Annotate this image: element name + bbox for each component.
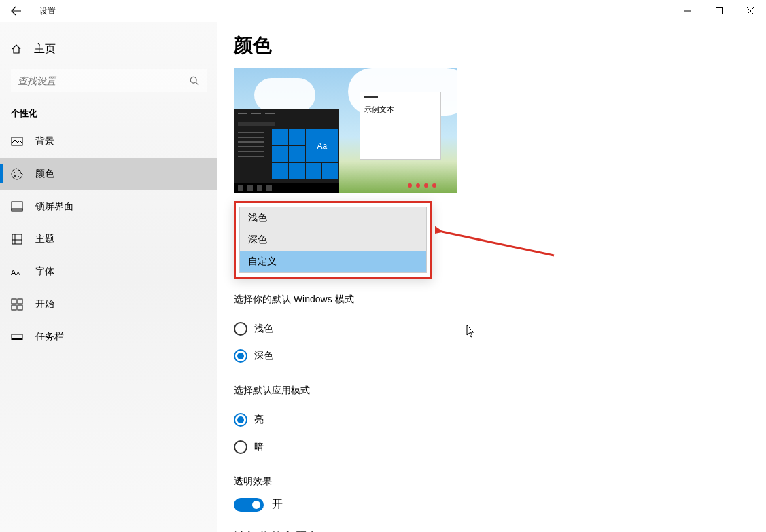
svg-rect-13 xyxy=(12,305,16,310)
radio-label: 暗 xyxy=(254,441,264,453)
radio-label: 浅色 xyxy=(254,323,273,335)
radio-icon xyxy=(234,349,247,363)
radio-app-dark[interactable]: 暗 xyxy=(234,433,750,461)
svg-text:A: A xyxy=(16,270,20,277)
close-button[interactable] xyxy=(735,0,766,22)
sidebar-item-colors[interactable]: 颜色 xyxy=(0,158,217,190)
sidebar-item-label: 颜色 xyxy=(35,168,54,180)
search-input[interactable] xyxy=(18,75,189,86)
close-icon xyxy=(747,7,754,14)
svg-rect-12 xyxy=(18,299,22,304)
svg-point-4 xyxy=(14,175,16,177)
font-icon: AA xyxy=(11,266,23,278)
svg-rect-16 xyxy=(12,338,22,340)
sidebar-home[interactable]: 主页 xyxy=(0,35,217,63)
annotation-arrow xyxy=(435,225,557,259)
dropdown-option-light[interactable]: 浅色 xyxy=(240,207,426,229)
svg-rect-0 xyxy=(716,8,723,14)
radio-windows-light[interactable]: 浅色 xyxy=(234,315,750,342)
svg-line-17 xyxy=(442,232,554,255)
sidebar-item-label: 锁屏界面 xyxy=(35,200,73,213)
main-area: 主页 个性化 背景 颜色 锁屏界面 主题 AA 字体 xyxy=(0,22,766,532)
svg-rect-8 xyxy=(12,234,22,244)
back-button[interactable] xyxy=(0,0,33,22)
palette-icon xyxy=(11,168,23,180)
app-mode-title: 选择默认应用模式 xyxy=(234,385,750,397)
page-title: 颜色 xyxy=(234,33,750,58)
theme-icon xyxy=(11,233,23,245)
sidebar-item-fonts[interactable]: AA 字体 xyxy=(0,255,217,288)
radio-app-light[interactable]: 亮 xyxy=(234,406,750,433)
transparency-section: 透明效果 开 xyxy=(234,476,750,512)
transparency-title: 透明效果 xyxy=(234,476,750,488)
accent-color-title: 选择你的主题色 xyxy=(234,529,750,532)
taskbar-icon xyxy=(11,331,23,343)
preview-start-menu: Aa xyxy=(234,109,339,193)
sidebar-item-themes[interactable]: 主题 xyxy=(0,223,217,255)
windows-mode-section: 选择你的默认 Windows 模式 浅色 深色 xyxy=(234,294,750,370)
app-mode-section: 选择默认应用模式 亮 暗 xyxy=(234,385,750,461)
svg-point-1 xyxy=(190,77,196,83)
svg-text:A: A xyxy=(11,268,16,277)
search-icon xyxy=(189,75,200,86)
radio-label: 亮 xyxy=(254,414,264,426)
preview-sample-text: 示例文本 xyxy=(364,105,436,115)
minimize-button[interactable] xyxy=(672,0,703,22)
svg-point-5 xyxy=(18,176,19,177)
title-bar: 设置 xyxy=(0,0,766,22)
dropdown-option-dark[interactable]: 深色 xyxy=(240,229,426,251)
dropdown-option-custom[interactable]: 自定义 xyxy=(240,251,426,272)
transparency-toggle[interactable] xyxy=(234,498,264,512)
app-title: 设置 xyxy=(39,5,56,17)
sidebar-home-label: 主页 xyxy=(34,42,56,56)
sidebar-section-header: 个性化 xyxy=(0,92,217,125)
picture-icon xyxy=(11,135,23,147)
radio-icon xyxy=(234,440,247,454)
svg-rect-11 xyxy=(12,299,16,304)
content: 颜色 示例文本 Aa xyxy=(217,22,766,532)
home-icon xyxy=(11,43,22,54)
sidebar-item-label: 任务栏 xyxy=(35,331,64,343)
sidebar-item-label: 开始 xyxy=(35,298,54,311)
start-icon xyxy=(11,298,23,311)
svg-point-3 xyxy=(14,172,15,173)
search-box[interactable] xyxy=(11,69,207,92)
transparency-state-label: 开 xyxy=(272,497,283,512)
radio-label: 深色 xyxy=(254,350,273,362)
color-preview: 示例文本 Aa xyxy=(234,68,457,193)
lockscreen-icon xyxy=(11,200,23,213)
radio-icon xyxy=(234,413,247,427)
radio-icon xyxy=(234,322,247,336)
sidebar-item-lockscreen[interactable]: 锁屏界面 xyxy=(0,190,217,223)
window-controls xyxy=(672,0,766,22)
minimize-icon xyxy=(684,7,691,14)
sidebar-item-label: 主题 xyxy=(35,233,54,245)
sidebar: 主页 个性化 背景 颜色 锁屏界面 主题 AA 字体 xyxy=(0,22,217,532)
back-arrow-icon xyxy=(11,5,22,16)
preview-sample-window: 示例文本 xyxy=(360,92,441,160)
maximize-icon xyxy=(716,7,723,14)
sidebar-item-background[interactable]: 背景 xyxy=(0,125,217,158)
sidebar-item-label: 背景 xyxy=(35,135,54,147)
sidebar-item-taskbar[interactable]: 任务栏 xyxy=(0,321,217,353)
maximize-button[interactable] xyxy=(703,0,735,22)
svg-rect-14 xyxy=(18,305,22,310)
color-mode-dropdown[interactable]: 浅色 深色 自定义 xyxy=(234,201,432,279)
radio-windows-dark[interactable]: 深色 xyxy=(234,342,750,370)
sidebar-item-start[interactable]: 开始 xyxy=(0,288,217,321)
windows-mode-title: 选择你的默认 Windows 模式 xyxy=(234,294,750,306)
preview-tile-aa: Aa xyxy=(306,129,339,162)
sidebar-item-label: 字体 xyxy=(35,266,54,278)
